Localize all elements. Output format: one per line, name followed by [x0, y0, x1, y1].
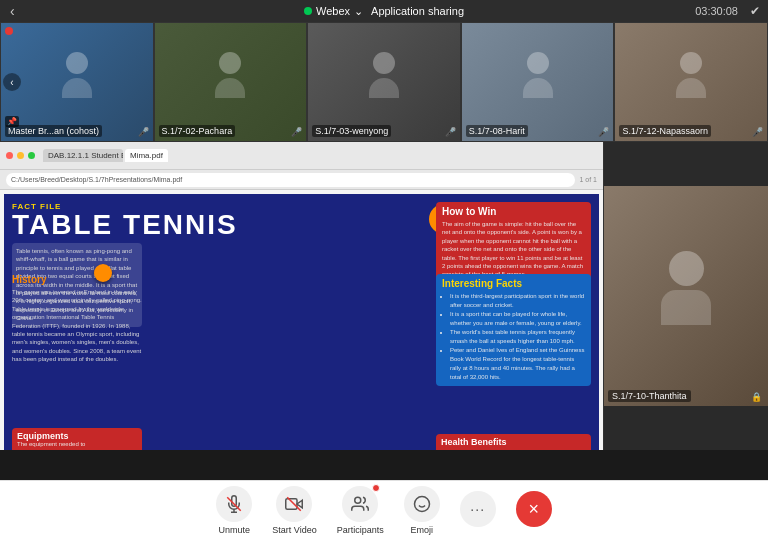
- participant-silhouette-2: [210, 52, 250, 112]
- fact-item-4: Peter and Daniel Ives of England set the…: [450, 346, 585, 382]
- participant-video-4: [462, 23, 614, 141]
- mic-icon-4: 🎤: [598, 127, 609, 137]
- end-call-icon: ×: [516, 491, 552, 527]
- participant-silhouette-5: [671, 52, 711, 112]
- how-to-win-section: How to Win The aim of the game is simple…: [436, 202, 591, 283]
- participants-button[interactable]: Participants: [337, 486, 384, 535]
- participant-silhouette-3: [364, 52, 404, 112]
- participant-thumb-5: S.1/7-12-Napassaorn 🎤: [614, 22, 768, 142]
- participant-name-2: S.1/7-02-Pachara: [159, 125, 236, 137]
- webex-label: Webex: [316, 5, 350, 17]
- svg-point-7: [414, 497, 429, 512]
- interesting-facts-section: Interesting Facts It is the third-larges…: [436, 274, 591, 386]
- mic-icon-3: 🎤: [445, 127, 456, 137]
- unmute-button[interactable]: Unmute: [216, 486, 252, 535]
- equipments-title: Equipments: [17, 431, 137, 441]
- participant-name-4: S.1/7-08-Harit: [466, 125, 528, 137]
- participant-name-3: S.1/7-03-wenyong: [312, 125, 391, 137]
- fact-item-3: The world's best table tennis players fr…: [450, 328, 585, 346]
- more-button[interactable]: ···: [460, 491, 496, 530]
- interesting-facts-list: It is the third-largest participation sp…: [442, 292, 585, 382]
- participant-thumb-4: S.1/7-08-Harit 🎤: [461, 22, 615, 142]
- mic-icon-1: 🎤: [138, 127, 149, 137]
- end-call-button[interactable]: ×: [516, 491, 552, 530]
- history-text: The game was invented in England in the …: [12, 288, 142, 364]
- side-cam-silhouette: [656, 251, 716, 341]
- close-window-dot[interactable]: [6, 152, 13, 159]
- strip-nav-prev[interactable]: ‹: [3, 73, 21, 91]
- slide-content: FACT FILE TABLE TENNIS Table tennis, oft…: [4, 194, 599, 450]
- participants-notification-dot: [372, 484, 380, 492]
- webex-logo: Webex ⌄: [304, 5, 363, 18]
- participant-thumb-1: ‹ 📌 Master Br...an (cohost) 🎤: [0, 22, 154, 142]
- maximize-window-dot[interactable]: [28, 152, 35, 159]
- session-timer: 03:30:08: [695, 5, 738, 17]
- app-sharing-title: Application sharing: [371, 5, 464, 17]
- side-camera-panel: S.1/7-10-Thanthita 🔒: [603, 142, 768, 450]
- equipments-text: The equipment needed to: [17, 441, 137, 447]
- participant-video-1: [1, 23, 153, 141]
- participant-name-5: S.1/7-12-Napassaorn: [619, 125, 711, 137]
- browser-tab-2[interactable]: Mima.pdf: [125, 149, 168, 162]
- end-call-x: ×: [528, 499, 539, 520]
- side-mic-icon: 🔒: [751, 392, 762, 402]
- mic-icon-2: 🎤: [291, 127, 302, 137]
- start-video-button[interactable]: Start Video: [272, 486, 316, 535]
- equipments-section: Equipments The equipment needed to: [12, 428, 142, 450]
- address-bar: C:/Users/Breed/Desktop/S.1/7hPresentatio…: [0, 170, 603, 190]
- slide-inner: FACT FILE TABLE TENNIS Table tennis, oft…: [4, 194, 599, 450]
- webex-chevron: ⌄: [354, 5, 363, 18]
- participants-icon-wrap: [342, 486, 378, 522]
- emoji-icon: [404, 486, 440, 522]
- emoji-button[interactable]: Emoji: [404, 486, 440, 535]
- page-indicator: 1 of 1: [579, 176, 597, 183]
- presentation-area: DAB.12.1.1 Student Book.p... Mima.pdf C:…: [0, 142, 603, 450]
- record-indicator: [5, 27, 13, 35]
- bottom-toolbar: Unmute Start Video Participa: [0, 480, 768, 540]
- participant-name-1: Master Br...an (cohost): [5, 125, 102, 137]
- participant-video-2: [155, 23, 307, 141]
- back-button[interactable]: ‹: [10, 3, 15, 19]
- how-to-win-title: How to Win: [442, 206, 585, 217]
- fact-item-2: It is a sport that can be played for who…: [450, 310, 585, 328]
- participant-silhouette-4: [518, 52, 558, 112]
- browser-tabs: DAB.12.1.1 Student Book.p... Mima.pdf: [43, 149, 168, 162]
- participants-label: Participants: [337, 525, 384, 535]
- svg-point-6: [355, 497, 361, 503]
- video-strip: ‹ 📌 Master Br...an (cohost) 🎤 S.1/7-02-P…: [0, 22, 768, 142]
- participant-thumb-2: S.1/7-02-Pachara 🎤: [154, 22, 308, 142]
- browser-bar: DAB.12.1.1 Student Book.p... Mima.pdf: [0, 142, 603, 170]
- address-input[interactable]: C:/Users/Breed/Desktop/S.1/7hPresentatio…: [6, 173, 575, 187]
- svg-marker-3: [297, 500, 302, 508]
- unmute-icon: [216, 486, 252, 522]
- participant-silhouette-1: [57, 52, 97, 112]
- minimize-window-dot[interactable]: [17, 152, 24, 159]
- health-title: Health Benefits: [441, 437, 586, 447]
- fact-item-1: It is the third-largest participation sp…: [450, 292, 585, 310]
- interesting-facts-title: Interesting Facts: [442, 278, 585, 289]
- participants-icon: [342, 486, 378, 522]
- participant-thumb-3: S.1/7-03-wenyong 🎤: [307, 22, 461, 142]
- side-cam-participant-label: S.1/7-10-Thanthita: [608, 390, 691, 402]
- video-icon: [276, 486, 312, 522]
- history-section: History The game was invented in England…: [12, 274, 142, 364]
- health-benefits-section: Health Benefits: [436, 434, 591, 450]
- history-title: History: [12, 274, 142, 285]
- side-cam-video: S.1/7-10-Thanthita 🔒: [604, 186, 768, 406]
- emoji-label: Emoji: [410, 525, 433, 535]
- unmute-label: Unmute: [219, 525, 251, 535]
- webex-status-dot: [304, 7, 312, 15]
- mic-icon-5: 🎤: [752, 127, 763, 137]
- more-icon: ···: [460, 491, 496, 527]
- participant-video-5: [615, 23, 767, 141]
- top-bar: ‹ Webex ⌄ Application sharing 03:30:08 ✔: [0, 0, 768, 22]
- main-content: DAB.12.1.1 Student Book.p... Mima.pdf C:…: [0, 142, 768, 450]
- how-to-win-text: The aim of the game is simple: hit the b…: [442, 220, 585, 279]
- participant-video-3: [308, 23, 460, 141]
- bluetooth-icon: ✔: [750, 4, 760, 18]
- browser-tab-1[interactable]: DAB.12.1.1 Student Book.p...: [43, 149, 123, 162]
- more-dots: ···: [470, 501, 485, 517]
- start-video-label: Start Video: [272, 525, 316, 535]
